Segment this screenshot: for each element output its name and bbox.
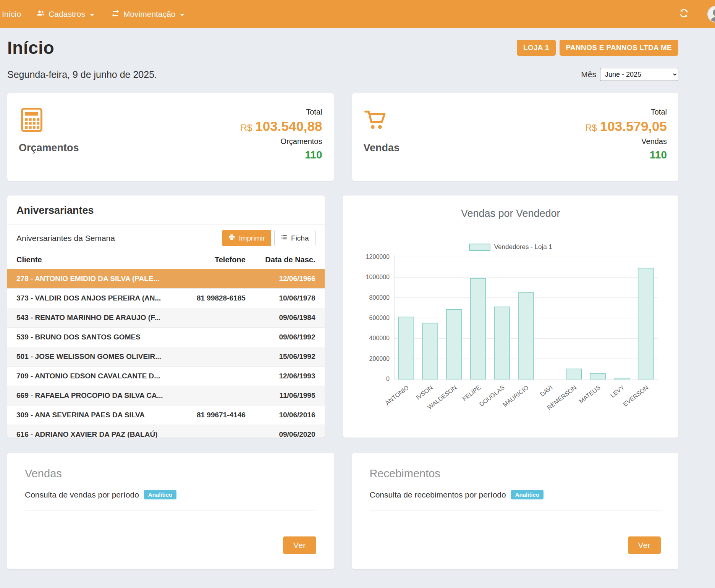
nav-item-movimentacao-label: Movimentação <box>123 10 176 19</box>
cell-telefone <box>172 328 255 347</box>
sales-by-seller-card: Vendas por Vendedor Vendedores - Loja 1 … <box>343 195 679 438</box>
orcamentos-card-left: Orçamentos <box>19 107 79 181</box>
month-label: Mês <box>581 70 596 79</box>
recebimentos-report-line: Consulta de recebimentos por período Ana… <box>370 490 661 499</box>
cell-telefone <box>172 425 255 438</box>
vendas-report-footer: Ver <box>25 536 316 554</box>
nav-item-inicio[interactable]: Início <box>0 0 28 28</box>
svg-text:IVSON: IVSON <box>415 384 434 401</box>
cell-cliente: 278 - ANTONIO EMIDIO DA SILVA (PALE... <box>7 269 172 289</box>
company-button[interactable]: PANNOS E PANNOS LTDA ME <box>560 40 678 56</box>
table-row[interactable]: 278 - ANTONIO EMIDIO DA SILVA (PALE...12… <box>7 269 325 289</box>
total-label: Total <box>651 108 667 116</box>
cell-cliente: 709 - ANTONIO EDSON CAVALCANTE D... <box>7 367 172 386</box>
table-row[interactable]: 539 - BRUNO DOS SANTOS GOMES09/06/1992 <box>7 328 325 347</box>
ver-recebimentos-button[interactable]: Ver <box>628 536 661 554</box>
month-select[interactable]: June - 2025 <box>600 68 678 81</box>
nav-item-cadastros-label: Cadastros <box>49 10 85 19</box>
cell-telefone <box>172 386 255 405</box>
table-row[interactable]: 309 - ANA SEVERINA PAES DA SILVA81 99671… <box>7 405 325 425</box>
cell-cliente: 616 - ADRIANO XAVIER DA PAZ (BALAÚ) <box>7 425 172 438</box>
refresh-button[interactable] <box>670 0 697 28</box>
middle-row: Aniversariantes Aniversariantes da Seman… <box>7 195 678 438</box>
table-row[interactable]: 709 - ANTONIO EDSON CAVALCANTE D...12/06… <box>7 367 325 386</box>
svg-text:200000: 200000 <box>369 355 389 362</box>
svg-text:EVERSON: EVERSON <box>622 384 649 408</box>
chart-legend: Vendedores - Loja 1 <box>469 243 552 251</box>
table-row[interactable]: 669 - RAFAELA PROCOPIO DA SILVA CA...11/… <box>7 386 325 405</box>
print-button[interactable]: Imprimir <box>222 230 271 246</box>
users-icon <box>36 9 45 19</box>
svg-text:ANTONIO: ANTONIO <box>384 384 410 406</box>
analitico-badge: Analítico <box>144 490 176 499</box>
divider <box>25 510 316 510</box>
birthday-table: Cliente Telefone Data de Nasc. 278 - ANT… <box>7 252 325 438</box>
chevron-down-icon <box>90 14 94 16</box>
recebimentos-report-title: Recebimentos <box>370 467 661 480</box>
count-value: 110 <box>650 149 667 161</box>
ficha-button[interactable]: Ficha <box>274 230 315 246</box>
chevron-down-icon <box>180 14 184 16</box>
birthday-table-body: 278 - ANTONIO EMIDIO DA SILVA (PALE...12… <box>7 269 325 438</box>
vendas-card: Vendas Total R$103.579,05 Vendas 110 <box>352 93 679 181</box>
cart-icon <box>364 107 390 133</box>
cell-cliente: 669 - RAFAELA PROCOPIO DA SILVA CA... <box>7 386 172 405</box>
svg-text:600000: 600000 <box>369 315 389 321</box>
svg-text:DOUGLAS: DOUGLAS <box>478 384 506 408</box>
svg-text:LEVY: LEVY <box>609 384 626 399</box>
orcamentos-card: Orçamentos Total R$103.540,88 Orçamentos… <box>7 93 334 181</box>
orcamentos-card-right: Total R$103.540,88 Orçamentos 110 <box>241 105 322 181</box>
cell-telefone: 81 99828-6185 <box>172 289 255 308</box>
svg-text:1000000: 1000000 <box>366 274 389 280</box>
cell-data-nasc: 12/06/1993 <box>255 367 325 386</box>
cell-data-nasc: 10/06/1978 <box>255 289 325 308</box>
table-row[interactable]: 543 - RENATO MARINHO DE ARAUJO (F...09/0… <box>7 308 325 328</box>
count-value: 110 <box>305 149 322 161</box>
svg-text:FELIPE: FELIPE <box>461 384 482 402</box>
aniversariantes-subtitle: Aniversariantes da Semana <box>16 234 115 243</box>
aniversariantes-actions: Imprimir Ficha <box>222 230 315 246</box>
svg-text:0: 0 <box>386 376 390 382</box>
recebimentos-report-card: Recebimentos Consulta de recebimentos po… <box>352 453 679 569</box>
vendas-title: Vendas <box>364 142 400 154</box>
cell-cliente: 543 - RENATO MARINHO DE ARAUJO (F... <box>7 308 172 328</box>
ficha-button-label: Ficha <box>291 234 309 242</box>
cell-telefone <box>172 308 255 328</box>
total-label: Total <box>306 108 322 116</box>
nav-item-movimentacao[interactable]: Movimentação <box>103 0 193 28</box>
table-row[interactable]: 373 - VALDIR DOS ANJOS PEREIRA (AN...81 … <box>7 289 325 308</box>
svg-text:400000: 400000 <box>369 335 389 341</box>
store-button[interactable]: LOJA 1 <box>517 40 556 56</box>
cell-data-nasc: 10/06/2016 <box>255 405 325 425</box>
vendas-report-title: Vendas <box>25 467 316 480</box>
orcamentos-title: Orçamentos <box>19 142 79 154</box>
analitico-badge: Analítico <box>511 490 544 499</box>
aniversariantes-panel-title: Aniversariantes <box>7 195 325 225</box>
table-header-row: Cliente Telefone Data de Nasc. <box>7 252 325 269</box>
vendas-card-left: Vendas <box>364 107 400 181</box>
ver-vendas-button[interactable]: Ver <box>283 536 316 554</box>
cell-cliente: 309 - ANA SEVERINA PAES DA SILVA <box>7 405 172 425</box>
current-date: Segunda-feira, 9 de junho de 2025. <box>7 69 157 80</box>
table-row[interactable]: 616 - ADRIANO XAVIER DA PAZ (BALAÚ)09/06… <box>7 425 325 438</box>
top-navbar: Início Cadastros Movimentação <box>0 0 715 28</box>
list-icon <box>281 234 288 242</box>
aniversariantes-panel: Aniversariantes Aniversariantes da Seman… <box>7 195 325 438</box>
cell-cliente: 539 - BRUNO DOS SANTOS GOMES <box>7 328 172 347</box>
vendas-report-line: Consulta de vendas por período Analítico <box>25 490 316 499</box>
cell-telefone <box>172 269 255 289</box>
header-buttons: LOJA 1 PANNOS E PANNOS LTDA ME <box>517 40 678 56</box>
table-row[interactable]: 501 - JOSE WELISSON GOMES OLIVEIR...15/0… <box>7 347 325 367</box>
avatar[interactable] <box>707 6 715 23</box>
legend-label: Vendedores - Loja 1 <box>494 243 552 251</box>
total-amount: R$103.540,88 <box>241 119 322 134</box>
nav-item-cadastros[interactable]: Cadastros <box>28 0 103 28</box>
cell-data-nasc: 15/06/1992 <box>255 347 325 367</box>
nav-left: Início Cadastros Movimentação <box>0 0 193 28</box>
divider <box>370 510 661 510</box>
refresh-icon <box>679 8 689 20</box>
nav-right <box>670 0 715 28</box>
cell-cliente: 373 - VALDIR DOS ANJOS PEREIRA (AN... <box>7 289 172 308</box>
amount-value: 103.540,88 <box>255 119 322 134</box>
page-header: Início LOJA 1 PANNOS E PANNOS LTDA ME <box>7 37 678 58</box>
